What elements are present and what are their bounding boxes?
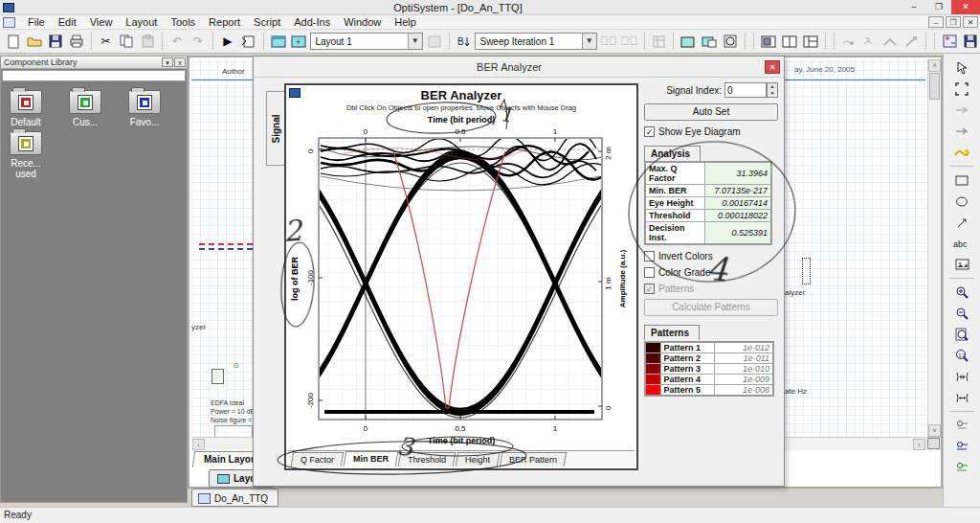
menu-layout[interactable]: Layout [119, 15, 164, 29]
tab-signal[interactable]: Signal [266, 91, 284, 166]
library-folder-recently-used[interactable]: Rece... used [5, 131, 47, 179]
component-viewer-icon[interactable] [721, 32, 740, 51]
previous-sweep-icon[interactable]: ◂⃝ [599, 32, 618, 51]
library-filter-input[interactable] [2, 70, 186, 81]
fit-height-icon[interactable] [950, 387, 973, 408]
zoom-out-icon[interactable] [950, 303, 973, 324]
port-tool-icon[interactable] [950, 415, 973, 436]
new-icon[interactable] [4, 32, 23, 51]
iteration-table-icon[interactable] [650, 32, 669, 51]
spinner-up-down-icon[interactable]: ▲▼ [767, 82, 778, 98]
tab-threshold[interactable]: Threshold [398, 452, 457, 466]
tab-ber-pattern[interactable]: BER Pattern [500, 452, 568, 466]
sweep-iteration-select[interactable]: Sweep Iteration 1▼ [475, 33, 596, 50]
open-icon[interactable] [25, 32, 44, 51]
text-tool-icon[interactable]: abc [950, 233, 973, 254]
calculate-icon[interactable] [940, 32, 959, 51]
fit-view-icon[interactable] [950, 79, 973, 100]
zoom-selection-icon[interactable]: 1:1 [950, 345, 973, 366]
mdi-restore-button[interactable]: ❐ [946, 16, 961, 28]
tab-do-an-ttq[interactable]: Do_An_TTQ [191, 489, 278, 507]
library-folder-custom[interactable]: Cus... [64, 90, 106, 127]
panel-collapse-button[interactable]: ▾ [162, 57, 173, 67]
chevron-down-icon[interactable]: ▼ [582, 34, 596, 49]
checkbox-unchecked-icon[interactable] [644, 267, 655, 278]
fit-width-icon[interactable] [950, 366, 973, 387]
port-input-icon[interactable] [950, 436, 973, 457]
calculate-patterns-button[interactable]: Calculate Patterns [644, 299, 778, 316]
mdi-minimize-button[interactable]: – [928, 16, 944, 28]
scroll-right-icon[interactable]: › [913, 439, 925, 450]
menu-window[interactable]: Window [337, 15, 388, 29]
panel-close-button[interactable]: x [174, 57, 186, 67]
layout-properties-icon[interactable] [425, 32, 444, 51]
menu-addins[interactable]: Add-Ins [287, 15, 337, 29]
menu-view[interactable]: View [83, 15, 120, 29]
edfa-component[interactable]: G [212, 370, 223, 385]
menu-edit[interactable]: Edit [52, 15, 83, 29]
print-icon[interactable] [67, 32, 86, 51]
checkbox-unchecked-icon[interactable] [644, 251, 655, 262]
patterns-checkbox[interactable]: ✓ Patterns [644, 284, 778, 294]
arrow-tool-icon[interactable] [950, 212, 973, 233]
dialog-title-bar[interactable]: BER Analyzer ✕ [254, 57, 784, 78]
library-folder-default[interactable]: Default [5, 90, 47, 127]
tab-analysis[interactable]: Analysis [644, 146, 701, 161]
cascade-windows-icon[interactable] [759, 32, 778, 51]
cut-icon[interactable]: ✂ [97, 32, 116, 51]
dialog-close-icon[interactable]: ✕ [765, 60, 780, 74]
select-cursor-icon[interactable] [950, 57, 973, 79]
paste-icon[interactable] [138, 32, 157, 51]
signal-index-input[interactable]: 0 [724, 82, 767, 98]
run-icon[interactable]: ▶ [218, 32, 237, 51]
menu-tools[interactable]: Tools [164, 15, 202, 29]
rectangle-tool-icon[interactable] [950, 170, 973, 191]
menu-report[interactable]: Report [202, 15, 247, 29]
maximize-button[interactable]: ❐ [926, 0, 951, 14]
save-results-icon[interactable] [961, 32, 980, 51]
scrollbar-thumb[interactable] [929, 73, 940, 100]
tile-horizontal-icon[interactable] [801, 32, 820, 51]
back-arrow-icon[interactable] [950, 100, 973, 121]
layout-select[interactable]: Layout 1▼ [310, 33, 422, 50]
sort-iterations-icon[interactable]: B [455, 32, 474, 51]
connect-after-icon[interactable] [839, 32, 858, 51]
scrollbar-corner-button[interactable] [927, 438, 940, 449]
tab-min-ber[interactable]: Min BER [344, 451, 399, 466]
layout-view-icon[interactable] [269, 32, 288, 51]
copy-icon[interactable] [117, 32, 136, 51]
zoom-page-icon[interactable] [950, 324, 973, 345]
run-script-icon[interactable] [239, 32, 258, 51]
chevron-down-icon[interactable]: ▼ [408, 34, 422, 49]
redo-icon[interactable]: ↷ [189, 32, 208, 51]
menu-script[interactable]: Script [247, 15, 287, 29]
tab-q-factor[interactable]: Q Factor [291, 452, 345, 466]
vertical-scrollbar[interactable]: ˄ ˅ [927, 59, 941, 437]
color-grade-checkbox[interactable]: Color Grade [644, 267, 778, 278]
undo-icon[interactable]: ↶ [167, 32, 187, 51]
mdi-close-button[interactable]: ✕ [963, 16, 978, 28]
tile-vertical-icon[interactable] [780, 32, 799, 51]
minimize-button[interactable]: – [902, 0, 926, 14]
forward-arrow-icon[interactable] [950, 121, 973, 142]
image-tool-icon[interactable] [950, 254, 973, 275]
checkbox-checked-disabled-icon[interactable]: ✓ [644, 284, 655, 294]
scroll-up-icon[interactable]: ˄ [928, 59, 941, 72]
next-sweep-icon[interactable]: ▸⃝ [620, 32, 639, 51]
save-icon[interactable] [46, 32, 65, 51]
port-output-icon[interactable] [950, 457, 973, 478]
menu-file[interactable]: File [21, 15, 52, 29]
duplicate-layout-icon[interactable] [700, 32, 719, 51]
checkbox-checked-icon[interactable]: ✓ [644, 126, 655, 137]
ellipse-tool-icon[interactable] [950, 191, 973, 212]
scroll-left-icon[interactable]: ‹ [192, 439, 205, 450]
sweep-mode-icon[interactable] [950, 142, 973, 163]
tab-height[interactable]: Height [456, 452, 501, 466]
library-folder-favorites[interactable]: Favo... [123, 90, 166, 127]
close-button[interactable]: ✕ [951, 0, 980, 14]
show-eye-diagram-checkbox[interactable]: ✓ Show Eye Diagram [644, 126, 778, 137]
auto-set-button[interactable]: Auto Set [644, 103, 778, 121]
zoom-in-icon[interactable] [950, 282, 973, 303]
add-layout-icon[interactable]: + [290, 32, 309, 51]
new-layout-window-icon[interactable] [679, 32, 698, 51]
